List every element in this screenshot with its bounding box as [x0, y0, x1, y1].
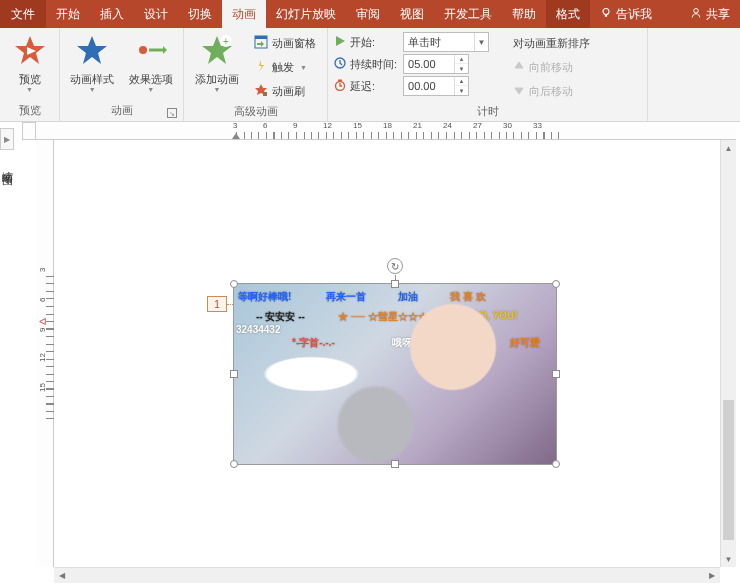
preview-label: 预览 — [19, 72, 41, 86]
scroll-thumb[interactable] — [723, 400, 734, 540]
overlay-text: 再来一首 — [326, 290, 366, 304]
add-animation-label: 添加动画 — [195, 72, 239, 86]
thumbnail-expand-button[interactable]: ▶ — [0, 128, 14, 150]
selected-picture[interactable]: 等啊好棒哦!再来一首加油我 喜 欢-- 安安安 --★ ── ☆彗星☆☆☆I G… — [234, 284, 556, 464]
svg-marker-14 — [257, 41, 264, 47]
animation-styles-label: 动画样式 — [70, 72, 114, 86]
group-timing-label: 计时 — [334, 102, 641, 122]
delay-label: 延迟: — [334, 79, 397, 94]
tab-insert[interactable]: 插入 — [90, 0, 134, 28]
chevron-down-icon[interactable]: ▼ — [474, 33, 488, 51]
svg-marker-23 — [515, 88, 523, 94]
svg-marker-15 — [259, 60, 264, 72]
thumbnail-pane-label: 缩略图 — [0, 162, 15, 168]
svg-rect-17 — [263, 92, 267, 96]
overlay-text: ★ ── ☆彗星☆☆☆ — [338, 310, 428, 324]
delay-spinner[interactable]: 00.00 ▲▼ — [403, 76, 469, 96]
vertical-scrollbar[interactable]: ▲ ▼ — [720, 140, 736, 567]
tab-design[interactable]: 设计 — [134, 0, 178, 28]
animation-order-tag[interactable]: 1 — [207, 296, 227, 312]
pane-icon — [254, 35, 268, 51]
scroll-right-icon[interactable]: ▶ — [704, 568, 720, 583]
resize-handle-se[interactable] — [552, 460, 560, 468]
resize-handle-sw[interactable] — [230, 460, 238, 468]
svg-point-6 — [139, 46, 147, 54]
share-button[interactable]: 共享 — [680, 0, 740, 28]
animation-painter-label: 动画刷 — [272, 84, 305, 99]
group-timing: 开始: 单击时 ▼ 持续时间: 05.00 ▲▼ 延 — [328, 28, 648, 121]
spin-up-icon[interactable]: ▲ — [455, 55, 468, 64]
spin-up-icon[interactable]: ▲ — [455, 77, 468, 86]
svg-rect-21 — [338, 80, 342, 82]
overlay-text: 加油 — [398, 290, 418, 304]
ruler-tick: 33 — [536, 122, 566, 139]
dialog-launcher-icon[interactable]: ↘ — [167, 108, 177, 118]
scroll-left-icon[interactable]: ◀ — [54, 568, 70, 583]
animation-pane-button[interactable]: 动画窗格 — [250, 32, 320, 54]
horizontal-ruler[interactable]: 3691215182124273033 — [36, 122, 736, 140]
effect-options-icon — [135, 34, 167, 70]
tab-view[interactable]: 视图 — [390, 0, 434, 28]
ruler-tick: 15 — [356, 122, 386, 139]
resize-handle-n[interactable] — [391, 280, 399, 288]
animation-styles-button[interactable]: 动画样式 ▼ — [66, 32, 119, 93]
share-label: 共享 — [706, 6, 730, 23]
trigger-button[interactable]: 触发 ▼ — [250, 56, 320, 78]
ruler-tick: 30 — [506, 122, 536, 139]
vertical-ruler[interactable]: 3691215 ᐊ — [36, 140, 54, 567]
duration-spinner[interactable]: 05.00 ▲▼ — [403, 54, 469, 74]
start-label: 开始: — [334, 35, 397, 50]
move-earlier-label: 向前移动 — [529, 60, 573, 75]
tab-format-context[interactable]: 格式 — [546, 0, 590, 28]
effect-options-button[interactable]: 效果选项 ▼ — [125, 32, 178, 93]
start-combo[interactable]: 单击时 ▼ — [403, 32, 489, 52]
scroll-down-icon[interactable]: ▼ — [721, 551, 736, 567]
resize-handle-e[interactable] — [552, 370, 560, 378]
ruler-tick: 9 — [296, 122, 326, 139]
rotate-handle[interactable]: ↻ — [387, 258, 403, 274]
tab-transitions[interactable]: 切换 — [178, 0, 222, 28]
ruler-tick: 6 — [266, 122, 296, 139]
ruler-tick: 27 — [476, 122, 506, 139]
tab-review[interactable]: 审阅 — [346, 0, 390, 28]
duration-value: 05.00 — [404, 58, 454, 70]
move-later-label: 向后移动 — [529, 84, 573, 99]
spin-down-icon[interactable]: ▼ — [455, 64, 468, 73]
group-advanced-label: 高级动画 — [190, 102, 321, 122]
svg-marker-8 — [163, 46, 167, 54]
picture-content: 等啊好棒哦!再来一首加油我 喜 欢-- 安安安 --★ ── ☆彗星☆☆☆I G… — [234, 284, 556, 464]
arrow-up-icon — [513, 60, 525, 74]
animation-pane-label: 动画窗格 — [272, 36, 316, 51]
effect-options-label: 效果选项 — [129, 72, 173, 86]
tell-me[interactable]: 告诉我 — [590, 0, 662, 28]
tab-devtools[interactable]: 开发工具 — [434, 0, 502, 28]
resize-handle-ne[interactable] — [552, 280, 560, 288]
tab-animations[interactable]: 动画 — [222, 0, 266, 28]
animation-painter-button[interactable]: 动画刷 — [250, 80, 320, 102]
preview-button[interactable]: 预览 ▼ — [6, 32, 53, 93]
overlay-text: 好可爱 — [510, 336, 540, 350]
add-animation-button[interactable]: + 添加动画 ▼ — [190, 32, 244, 93]
ruler-corner — [22, 122, 36, 140]
move-earlier-button: 向前移动 — [509, 56, 619, 78]
tell-me-label: 告诉我 — [616, 6, 652, 23]
tab-help[interactable]: 帮助 — [502, 0, 546, 28]
slide-canvas[interactable]: 1 等啊好棒哦!再来一首加油我 喜 欢-- 安安安 --★ ── ☆彗星☆☆☆I… — [54, 140, 736, 583]
spin-down-icon[interactable]: ▼ — [455, 86, 468, 95]
file-tab[interactable]: 文件 — [0, 0, 46, 28]
tab-home[interactable]: 开始 — [46, 0, 90, 28]
tab-slideshow[interactable]: 幻灯片放映 — [266, 0, 346, 28]
ruler-tick: 18 — [386, 122, 416, 139]
overlay-text: 了吗? — [438, 336, 464, 350]
scroll-up-icon[interactable]: ▲ — [721, 140, 736, 156]
overlay-text: -- 安安安 -- — [256, 310, 305, 324]
resize-handle-w[interactable] — [230, 370, 238, 378]
overlay-text: 等啊好棒哦! — [238, 290, 291, 304]
resize-handle-s[interactable] — [391, 460, 399, 468]
resize-handle-nw[interactable] — [230, 280, 238, 288]
painter-icon — [254, 83, 268, 99]
chevron-down-icon: ▼ — [26, 86, 33, 93]
share-icon — [690, 7, 702, 22]
group-preview: 预览 ▼ 预览 — [0, 28, 60, 121]
horizontal-scrollbar[interactable]: ◀ ▶ — [54, 567, 720, 583]
